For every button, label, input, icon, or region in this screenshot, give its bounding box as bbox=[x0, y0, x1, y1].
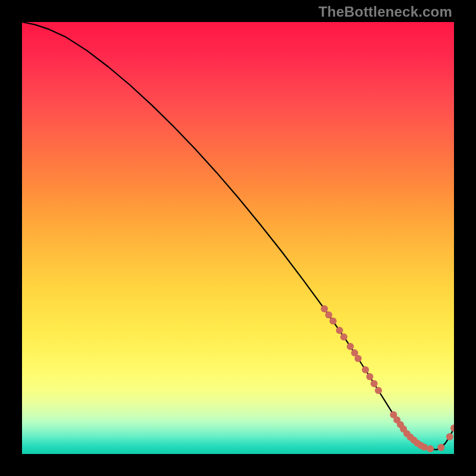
marker-dot bbox=[403, 430, 411, 437]
marker-dot bbox=[410, 437, 417, 444]
marker-layer bbox=[321, 305, 454, 452]
marker-dot bbox=[421, 443, 428, 450]
marker-dot bbox=[371, 380, 378, 387]
marker-dot bbox=[340, 333, 347, 340]
chart-plot-area bbox=[22, 22, 454, 454]
bottleneck-curve-path bbox=[22, 22, 454, 450]
marker-dot bbox=[437, 444, 444, 451]
chart-stage: TheBottleneck.com bbox=[0, 0, 476, 476]
marker-dot bbox=[397, 421, 404, 428]
marker-dot bbox=[355, 355, 362, 362]
marker-dot bbox=[336, 327, 343, 334]
marker-dot bbox=[414, 440, 421, 447]
marker-dot bbox=[321, 305, 328, 312]
chart-svg bbox=[22, 22, 454, 454]
marker-dot bbox=[351, 349, 358, 356]
marker-dot bbox=[366, 373, 373, 380]
watermark-text: TheBottleneck.com bbox=[318, 4, 452, 20]
marker-dot bbox=[347, 343, 354, 350]
marker-dot bbox=[450, 424, 454, 431]
marker-dot bbox=[362, 366, 369, 373]
marker-dot bbox=[393, 416, 400, 424]
marker-dot bbox=[330, 317, 337, 324]
marker-dot bbox=[400, 425, 407, 433]
marker-dot bbox=[407, 434, 414, 441]
marker-dot bbox=[390, 411, 397, 418]
marker-dot bbox=[446, 433, 453, 440]
marker-dot bbox=[417, 441, 424, 449]
marker-dot bbox=[375, 387, 382, 394]
marker-dot bbox=[325, 311, 332, 318]
marker-dot bbox=[427, 445, 434, 452]
